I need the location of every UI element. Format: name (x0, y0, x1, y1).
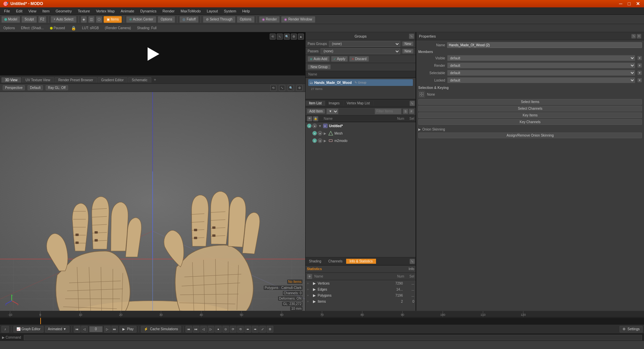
stat-expand-vertices[interactable]: + (307, 282, 312, 285)
transport-extra-3[interactable]: ◁ (200, 326, 207, 333)
command-input[interactable] (24, 335, 642, 340)
maximize-btn[interactable]: □ (627, 1, 632, 6)
render-camera-selector[interactable]: (Render Camera) (103, 26, 133, 31)
select-mode-2-btn[interactable]: ◫ (88, 16, 95, 23)
passes-new-btn[interactable]: New (402, 49, 414, 54)
menu-file[interactable]: File (1, 8, 13, 14)
stats-add-btn[interactable]: + (307, 274, 312, 279)
preview-play-btn[interactable] (144, 46, 161, 62)
minimize-btn[interactable]: ─ (618, 1, 624, 6)
lock-icon-btn[interactable]: 🔒 (69, 25, 78, 31)
transport-extra-5[interactable]: ● (215, 326, 222, 333)
audio-btn[interactable]: ♪ (1, 326, 9, 333)
effect-selector[interactable]: Effect: (Shadi... (19, 26, 46, 31)
select-mode-3-btn[interactable]: ⬡ (96, 16, 102, 23)
add-item-btn[interactable]: Add Item (307, 109, 325, 114)
tab-item-list[interactable]: Item List (306, 101, 325, 106)
menu-item[interactable]: Item (40, 8, 52, 14)
stat-row-items[interactable]: + ▶ Items 2 0 (306, 298, 416, 304)
tab-render-preset[interactable]: Render Preset Browser (55, 77, 97, 83)
auto-add-btn[interactable]: ⊕ Auto Add (308, 56, 330, 62)
perspective-selector[interactable]: Perspective (3, 85, 25, 90)
viewport3d-canvas[interactable]: No Items Polygons : Catmull-Clark Channe… (0, 92, 305, 311)
prop-render-arrow[interactable]: ▼ (637, 63, 642, 68)
groups-expand-btn[interactable]: ⤡ (409, 34, 414, 39)
apply-btn[interactable]: ✓ Apply (331, 56, 348, 62)
key-items-btn[interactable]: Key Items (418, 112, 642, 118)
cache-simulations-btn[interactable]: ⚡ Cache Simulations (141, 326, 181, 333)
play-btn[interactable]: ▶ Play (119, 326, 137, 333)
item-row-m2modo[interactable]: ● ● ▶ m2modo (306, 137, 416, 144)
tab-channels[interactable]: Channels (325, 259, 346, 264)
preview-ctrl-zoom[interactable]: 🔍 (284, 34, 290, 40)
animated-btn[interactable]: Animated ▼ (45, 326, 69, 333)
select-items-btn[interactable]: Select Items (418, 99, 642, 105)
vp-ctrl-expand[interactable]: ⤡ (279, 85, 285, 91)
menu-view[interactable]: View (26, 8, 39, 14)
preview-ctrl-settings[interactable]: ⚙ (291, 34, 297, 40)
select-through-btn[interactable]: ⊘ Select Through (203, 16, 235, 23)
discard-btn[interactable]: ✕ Discard (349, 56, 369, 62)
transport-next-end[interactable]: ⏭ (111, 326, 118, 333)
falloff-btn[interactable]: ◎ Falloff (179, 16, 199, 23)
tab-info-stats[interactable]: Info & Statistics (346, 259, 376, 264)
il-expand-1[interactable]: ▼ (318, 124, 322, 128)
il-vis-mesh-2[interactable]: ● (318, 131, 322, 136)
raygl-selector[interactable]: Ray GL: Off (46, 85, 68, 90)
tab-images[interactable]: Images (325, 101, 343, 106)
key-channels-btn[interactable]: Key Channels (418, 119, 642, 125)
menu-texture[interactable]: Texture (75, 8, 93, 14)
items-btn[interactable]: ▣ Items (104, 16, 122, 23)
stat-expand-polygons[interactable]: + (307, 294, 312, 297)
transport-extra-12[interactable]: ⚙ (267, 326, 273, 333)
transport-prev-start[interactable]: ⏮ (74, 326, 80, 333)
item-row-mesh[interactable]: ● ● ▶ Mesh (306, 130, 416, 137)
prop-locked-select[interactable]: default (447, 77, 635, 83)
stat-expand-edges[interactable]: + (307, 288, 312, 291)
menu-system[interactable]: System (221, 8, 239, 14)
select-channels-btn[interactable]: Select Channels (418, 106, 642, 111)
add-item-select[interactable]: ▼ (326, 108, 338, 114)
filter-items-input[interactable] (375, 108, 401, 114)
pass-groups-select[interactable]: (none) (329, 41, 400, 47)
tab-schematic[interactable]: Schematic (128, 77, 151, 83)
menu-geometry[interactable]: Geometry (53, 8, 74, 14)
frame-input[interactable] (89, 326, 103, 332)
menu-dynamics[interactable]: Dynamics (138, 8, 159, 14)
assign-remove-onion-btn[interactable]: Assign/Remove Onion Skinning (418, 133, 642, 138)
prop-render-select[interactable]: default (447, 62, 635, 68)
prop-visible-arrow[interactable]: ▼ (637, 56, 642, 60)
menu-layout[interactable]: Layout (204, 8, 220, 14)
shading-selector[interactable]: Shading: Full (135, 26, 158, 31)
prop-selectable-select[interactable]: default (447, 70, 635, 76)
passes-select[interactable]: (none) (321, 48, 400, 54)
mode-model-btn[interactable]: Model (1, 16, 20, 23)
close-btn[interactable]: ✕ (635, 1, 641, 6)
settings-btn[interactable]: ⚙ Settings (620, 326, 643, 333)
default-selector[interactable]: Default (28, 85, 43, 90)
item-list-expand[interactable]: ⤡ (410, 101, 415, 106)
menu-vertex-map[interactable]: Vertex Map (93, 8, 117, 14)
transport-extra-7[interactable]: ⟳ (230, 326, 236, 333)
transport-extra-1[interactable]: ⏮ (185, 326, 192, 333)
transport-prev-frame[interactable]: ◁ (81, 326, 88, 333)
vp-ctrl-spin[interactable]: ⟲ (270, 85, 276, 91)
transport-extra-9[interactable]: ⬅ (245, 326, 251, 333)
stat-row-vertices[interactable]: + ▶ Vertices 7290 ... (306, 280, 416, 286)
il-vis-m2modo-2[interactable]: ● (318, 138, 322, 143)
mode-f2-btn[interactable]: F2 (38, 16, 46, 23)
viewport-tab-add[interactable]: + (152, 77, 158, 83)
vp-ctrl-zoom[interactable]: 🔍 (288, 85, 294, 91)
transport-extra-6[interactable]: ⊙ (222, 326, 229, 333)
members-section-header[interactable]: Members (418, 50, 642, 54)
vp-ctrl-settings[interactable]: ⚙ (297, 85, 303, 91)
auto-select-btn[interactable]: ⌖ Auto Select (51, 16, 76, 23)
prop-locked-arrow[interactable]: ▼ (637, 78, 642, 83)
props-icon-2[interactable]: ≡ (637, 34, 641, 39)
il-expand-m2modo[interactable]: ▶ (324, 139, 327, 143)
preview-ctrl-up[interactable]: ▲ (298, 34, 304, 40)
transport-extra-8[interactable]: ⟲ (237, 326, 244, 333)
tab-uv-texture[interactable]: UV Texture View (22, 77, 54, 83)
il-vis-m2modo-1[interactable]: ● (312, 138, 317, 143)
graph-editor-btn[interactable]: 📈 Graph Editor (13, 326, 44, 333)
